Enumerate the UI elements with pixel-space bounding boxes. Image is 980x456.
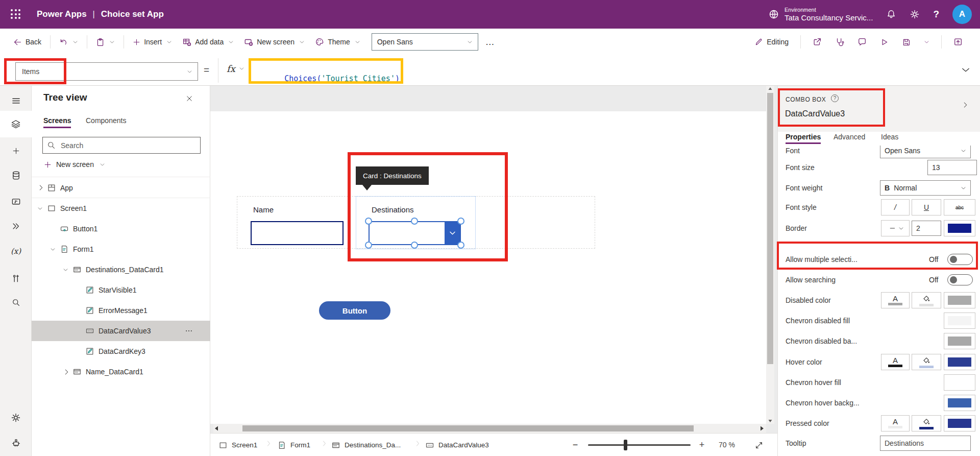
chevron-right-icon[interactable]	[37, 184, 45, 191]
toolbar-save-button[interactable]	[898, 35, 915, 50]
fill-color-button[interactable]	[912, 354, 941, 370]
italic-button[interactable]: /	[881, 199, 910, 215]
scroll-right-icon[interactable]	[760, 425, 764, 431]
toolbar-share-button[interactable]	[808, 34, 826, 50]
breadcrumb-destinations-da-[interactable]: Destinations_Da...	[331, 434, 401, 456]
toolbar-add-data-button[interactable]: Add data	[178, 34, 238, 50]
tree-item-starvisible1[interactable]: StarVisible1	[32, 280, 210, 300]
horizontal-scroll-thumb[interactable]	[242, 425, 694, 431]
color-swatch[interactable]	[944, 313, 975, 329]
property-selector[interactable]: Items	[15, 62, 198, 81]
text-color-button[interactable]: A	[881, 415, 910, 431]
font-size-input[interactable]	[927, 160, 977, 175]
tree-item-app[interactable]: App	[32, 178, 210, 198]
text-color-button[interactable]: A	[881, 292, 910, 308]
color-swatch[interactable]	[944, 374, 975, 391]
scroll-down-icon[interactable]	[768, 419, 772, 423]
tree-item-destinations_datacard1[interactable]: Destinations_DataCard1	[32, 259, 210, 280]
chevron-right-icon[interactable]	[63, 368, 70, 376]
tab-components[interactable]: Components	[86, 116, 126, 125]
color-swatch[interactable]	[944, 415, 975, 431]
name-text-input[interactable]	[251, 221, 344, 245]
toggle-allow-multiple-selecti-[interactable]	[947, 254, 973, 265]
resize-handle[interactable]	[365, 242, 372, 249]
breadcrumb-datacardvalue3[interactable]: DataCardValue3	[425, 434, 489, 456]
toolbar-preview-button[interactable]	[876, 35, 893, 50]
combobox-chevron-button[interactable]	[445, 222, 460, 244]
avatar[interactable]: A	[952, 5, 972, 24]
rail-item-power-automate[interactable]	[0, 213, 32, 239]
close-icon[interactable]	[184, 93, 195, 104]
new-screen-button[interactable]: New screen	[44, 160, 105, 169]
overflow-button[interactable]: …	[478, 37, 503, 47]
border-thickness-input[interactable]	[912, 221, 941, 236]
fill-color-button[interactable]	[912, 292, 941, 308]
chevron-down-icon[interactable]	[63, 267, 68, 273]
zoom-slider-thumb[interactable]	[624, 440, 627, 450]
color-swatch[interactable]	[944, 354, 975, 370]
fit-to-window-icon[interactable]	[750, 434, 768, 456]
scroll-up-icon[interactable]	[768, 87, 772, 91]
resize-handle[interactable]	[411, 218, 418, 225]
button1-control[interactable]: Button	[319, 301, 390, 320]
resize-handle[interactable]	[411, 242, 418, 249]
font-selector[interactable]: Open Sans	[372, 33, 478, 51]
breadcrumb-form1[interactable]: Form1	[277, 434, 310, 456]
underline-button[interactable]: U	[912, 199, 941, 215]
tree-item-button1[interactable]: Button1	[32, 219, 210, 239]
rail-item-media[interactable]	[0, 188, 32, 215]
rail-item-variables[interactable]: (x)	[0, 238, 32, 265]
zoom-in-button[interactable]: +	[694, 434, 709, 456]
toolbar-paste-button[interactable]	[92, 35, 119, 50]
formula-expand-icon[interactable]	[961, 65, 970, 75]
scroll-left-icon[interactable]	[214, 425, 218, 431]
settings-icon[interactable]	[910, 9, 920, 19]
rail-item-settings[interactable]	[0, 404, 32, 431]
toolbar-app-checker-button[interactable]	[831, 34, 848, 50]
border-color-swatch[interactable]	[944, 220, 975, 236]
toolbar-save-options-button[interactable]	[920, 36, 934, 48]
fx-selector[interactable]: fx	[227, 63, 244, 74]
vertical-scrollbar[interactable]	[766, 86, 774, 424]
resize-handle[interactable]	[457, 218, 464, 225]
tree-item-datacardkey3[interactable]: DataCardKey3	[32, 341, 210, 362]
chevron-down-icon[interactable]	[37, 206, 43, 211]
tab-properties[interactable]: Properties	[786, 133, 821, 141]
search-input[interactable]	[60, 141, 182, 150]
toggle-allow-searching[interactable]	[947, 274, 973, 285]
waffle-icon[interactable]	[9, 8, 22, 21]
toolbar-publish-button[interactable]	[949, 34, 967, 50]
panel-expand-icon[interactable]	[962, 101, 969, 109]
toolbar-comments-button[interactable]	[853, 34, 871, 50]
tab-ideas[interactable]: Ideas	[881, 133, 898, 141]
strikethrough-button[interactable]: abc	[944, 199, 975, 215]
color-swatch[interactable]	[944, 395, 975, 411]
fill-color-button[interactable]	[912, 415, 941, 431]
text-color-button[interactable]: A	[881, 354, 910, 370]
rail-item-virtual-agents[interactable]	[0, 429, 32, 456]
rail-item-insert[interactable]	[0, 137, 32, 164]
color-swatch[interactable]	[944, 333, 975, 349]
tab-screens[interactable]: Screens	[43, 116, 71, 125]
border-style-dropdown[interactable]	[881, 220, 910, 236]
tree-item-errormessage1[interactable]: ErrorMessage1	[32, 300, 210, 321]
resize-handle[interactable]	[365, 218, 372, 225]
property-font-weight-dropdown[interactable]: BNormal	[880, 180, 971, 196]
help-icon[interactable]: ?	[933, 9, 939, 20]
toolbar-editing-button[interactable]: Editing	[750, 35, 793, 50]
rail-item-search[interactable]	[0, 289, 32, 316]
toolbar-back-button[interactable]: Back	[9, 35, 45, 50]
zoom-out-button[interactable]: −	[568, 434, 583, 456]
toolbar-insert-button[interactable]: Insert	[129, 35, 176, 49]
chevron-down-icon[interactable]	[50, 247, 56, 252]
rail-item-data[interactable]	[0, 162, 32, 188]
tree-item-datacardvalue3[interactable]: DataCardValue3	[32, 321, 210, 341]
tree-item-name_datacard1[interactable]: Name_DataCard1	[32, 362, 210, 382]
tab-advanced[interactable]: Advanced	[834, 133, 865, 141]
help-circle-icon[interactable]: ?	[831, 94, 839, 102]
toolbar-theme-button[interactable]: Theme	[311, 34, 364, 50]
tooltip-input[interactable]	[880, 436, 971, 451]
resize-handle[interactable]	[457, 242, 464, 249]
zoom-slider-track[interactable]	[588, 444, 691, 446]
toolbar-undo-button[interactable]	[55, 35, 82, 50]
